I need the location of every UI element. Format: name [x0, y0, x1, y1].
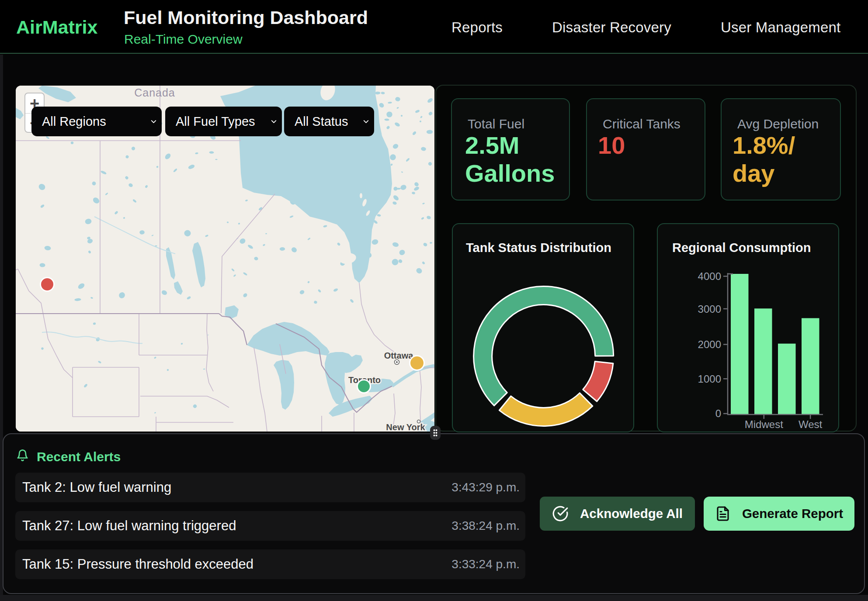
svg-text:Canada: Canada — [134, 86, 175, 99]
svg-text:Midwest: Midwest — [745, 418, 783, 430]
svg-text:2000: 2000 — [698, 338, 721, 350]
svg-text:1000: 1000 — [698, 373, 721, 385]
svg-text:New York: New York — [386, 422, 425, 432]
svg-text:3000: 3000 — [698, 303, 721, 315]
svg-text:West: West — [799, 418, 823, 430]
svg-text:4000: 4000 — [698, 270, 721, 282]
svg-text:0: 0 — [715, 408, 721, 419]
svg-text:Ottawa: Ottawa — [384, 351, 414, 360]
